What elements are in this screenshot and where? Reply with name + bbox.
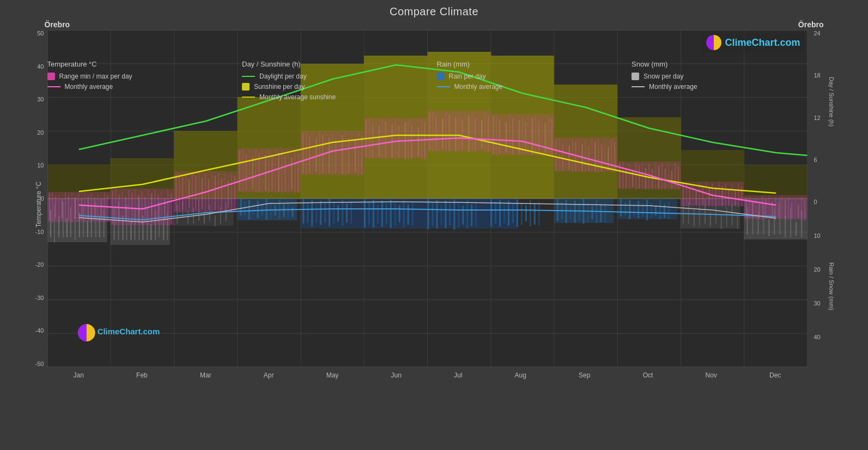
svg-rect-340 (525, 122, 526, 153)
svg-rect-61 (214, 215, 215, 226)
svg-rect-125 (407, 204, 409, 225)
svg-rect-306 (417, 127, 418, 157)
svg-rect-240 (208, 179, 209, 209)
svg-text:ClimeChart.com: ClimeChart.com (97, 327, 160, 336)
svg-rect-252 (245, 154, 246, 190)
svg-rect-159 (587, 202, 588, 222)
svg-rect-251 (242, 149, 243, 193)
chart-title: Compare Climate (390, 5, 478, 18)
legend-sunshine-swatch (242, 83, 250, 91)
legend-snow-title: Snow (mm) (632, 60, 821, 68)
svg-rect-334 (505, 122, 506, 152)
svg-rect-263 (281, 150, 282, 194)
svg-rect-208 (107, 195, 108, 220)
svg-rect-260 (271, 156, 272, 191)
svg-rect-207 (104, 193, 105, 223)
svg-rect-174 (659, 200, 660, 219)
svg-rect-424 (791, 202, 792, 219)
svg-rect-72 (720, 215, 721, 229)
x-axis-months: Jan Feb Mar Apr May Jun Jul Aug Sep Oct … (47, 369, 808, 379)
svg-rect-225 (161, 191, 162, 225)
svg-rect-366 (608, 147, 609, 171)
svg-rect-331 (496, 115, 497, 155)
svg-rect-198 (74, 197, 75, 219)
svg-rect-155 (569, 205, 571, 220)
svg-rect-299 (394, 120, 396, 160)
svg-rect-295 (381, 119, 383, 159)
svg-rect-134 (458, 203, 459, 227)
svg-rect-293 (375, 121, 376, 160)
svg-rect-136 (466, 200, 468, 229)
svg-rect-281 (338, 131, 339, 176)
svg-rect-132 (449, 203, 451, 225)
svg-rect-162 (600, 204, 602, 222)
svg-rect-273 (312, 134, 313, 175)
svg-rect-119 (381, 201, 383, 227)
legend-sunshine-avg-line (242, 97, 255, 98)
legend-rain-bar: Rain per day (437, 73, 627, 80)
svg-rect-165 (620, 199, 622, 217)
legend: Temperature °C Range min / max per day M… (15, 52, 854, 104)
legend-rain-bar-label: Rain per day (449, 73, 486, 80)
svg-rect-133 (453, 200, 455, 230)
svg-rect-271 (306, 131, 307, 175)
svg-rect-403 (725, 183, 726, 207)
svg-rect-335 (508, 115, 509, 155)
svg-rect-337 (515, 114, 516, 155)
svg-rect-421 (781, 196, 782, 220)
svg-rect-372 (626, 167, 627, 188)
svg-rect-319 (458, 113, 459, 152)
svg-rect-143 (507, 201, 509, 226)
svg-rect-245 (224, 174, 225, 212)
svg-rect-255 (255, 149, 256, 193)
svg-rect-267 (294, 150, 295, 194)
svg-rect-326 (481, 120, 482, 149)
svg-rect-197 (71, 193, 72, 222)
svg-rect-353 (565, 140, 566, 172)
legend-daylight-label: Daylight per day (259, 73, 307, 80)
svg-rect-109 (329, 199, 330, 226)
svg-rect-157 (578, 203, 580, 220)
svg-rect-122 (394, 203, 396, 226)
svg-rect-310 (429, 112, 430, 151)
svg-rect-357 (578, 137, 579, 172)
svg-rect-94 (261, 203, 263, 215)
svg-rect-314 (442, 119, 443, 149)
svg-rect-242 (214, 176, 215, 210)
svg-rect-315 (445, 112, 446, 152)
svg-rect-138 (475, 202, 477, 227)
svg-rect-426 (798, 205, 799, 219)
legend-rain-avg-line (437, 86, 450, 87)
svg-rect-234 (189, 179, 190, 208)
svg-rect-324 (475, 118, 476, 151)
svg-rect-97 (274, 206, 276, 215)
y-tick-n50: -50 (35, 361, 44, 367)
svg-rect-362 (594, 142, 596, 172)
svg-rect-420 (778, 203, 779, 219)
svg-rect-99 (283, 204, 284, 217)
svg-rect-205 (97, 194, 98, 221)
svg-rect-232 (182, 177, 183, 209)
svg-rect-268 (298, 153, 299, 193)
svg-rect-166 (624, 202, 626, 215)
svg-rect-115 (363, 199, 365, 227)
svg-rect-422 (785, 200, 786, 219)
svg-rect-308 (424, 123, 425, 160)
legend-snow-swatch (632, 73, 639, 80)
svg-rect-330 (493, 116, 494, 154)
svg-rect-323 (471, 112, 472, 152)
svg-rect-248 (234, 176, 235, 211)
svg-rect-311 (432, 111, 433, 152)
svg-rect-237 (198, 172, 199, 212)
svg-rect-110 (333, 202, 335, 224)
svg-rect-112 (342, 200, 343, 226)
svg-rect-325 (478, 113, 479, 152)
svg-rect-206 (100, 199, 101, 218)
svg-rect-114 (350, 201, 352, 224)
svg-rect-350 (555, 139, 556, 171)
location-label-right: Örebro (798, 20, 824, 29)
month-may: May (326, 371, 339, 379)
svg-rect-396 (702, 185, 703, 206)
svg-rect-288 (361, 136, 362, 175)
svg-rect-111 (337, 205, 339, 221)
